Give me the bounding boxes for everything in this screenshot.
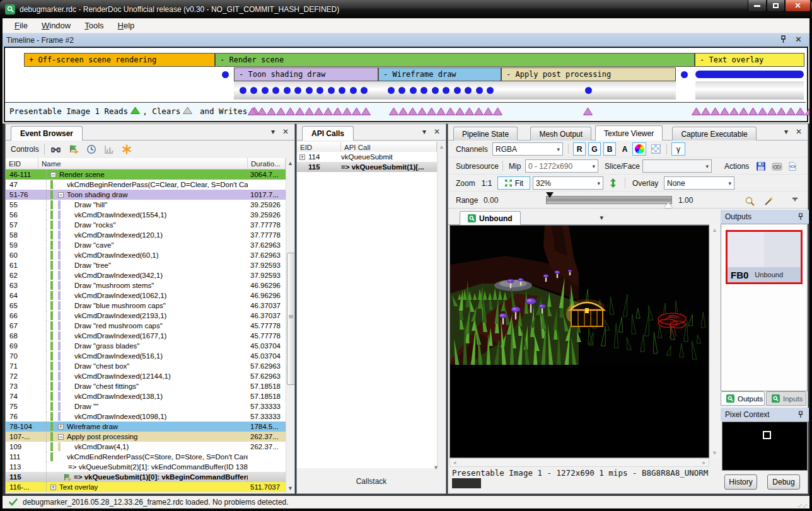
event-row[interactable]: 74vkCmdDrawIndexed(138,1)57.18518 (6, 391, 286, 401)
timeline-close-icon[interactable]: ✕ (795, 35, 802, 44)
right-panel-close-icon[interactable]: ✕ (794, 127, 804, 136)
api-calls-close-icon[interactable]: ✕ (432, 127, 442, 136)
event-row[interactable]: 71Draw "chest box"57.62963 (6, 361, 286, 371)
channel-g-button[interactable]: G (588, 142, 601, 156)
timeline-panel-header[interactable]: Timeline - Frame #2 ✕ (3, 33, 809, 47)
time-durations-icon[interactable] (85, 143, 98, 156)
timeline-event-dot[interactable] (294, 87, 301, 94)
channels-combo[interactable]: RGBA▾ (492, 142, 563, 156)
event-browser-scrollbar[interactable]: ▲ ▼ (286, 158, 294, 493)
expander-icon[interactable]: + (299, 154, 305, 160)
mip-combo[interactable]: 0 - 1272x690▾ (525, 159, 598, 173)
timeline-event-dot[interactable] (350, 87, 357, 94)
tab-event-browser[interactable]: Event Browser (11, 126, 83, 141)
timeline-event-dot[interactable] (306, 87, 313, 94)
timeline-marker[interactable]: - Wireframe draw (378, 67, 501, 81)
tab-texture-viewer[interactable]: Texture Viewer (595, 125, 663, 141)
slice-face-combo[interactable]: ▾ (642, 159, 712, 173)
event-row[interactable]: 60vkCmdDrawIndexed(60,1)37.62963 (6, 250, 286, 260)
zoom-combo[interactable]: 32%▾ (533, 176, 603, 190)
timeline-event-dot[interactable] (432, 87, 439, 94)
timeline-event-dot[interactable] (222, 71, 229, 78)
timeline-event-dot[interactable] (465, 87, 472, 94)
column-header-duration[interactable]: Duratio... (248, 158, 286, 169)
menu-file[interactable]: File (9, 19, 33, 32)
event-row[interactable]: 67Draw "red mushroom caps"45.77778 (6, 321, 286, 331)
timeline-event-dot[interactable] (410, 87, 417, 94)
timeline-event-dot[interactable] (250, 87, 257, 94)
event-row[interactable]: 62vkCmdDrawIndexed(342,1)37.92593 (6, 270, 286, 280)
texture-image-view[interactable] (450, 225, 709, 458)
event-row[interactable]: 72vkCmdDrawIndexed(12144,1)57.62963 (6, 371, 286, 381)
timeline-event-pill[interactable] (695, 71, 804, 78)
timeline-event-dot[interactable] (398, 87, 405, 94)
range-black-handle[interactable] (546, 192, 554, 198)
timeline-event-dot[interactable] (420, 87, 427, 94)
timeline-event-dot[interactable] (487, 87, 494, 94)
tab-outputs[interactable]: Outputs (721, 391, 765, 406)
event-row[interactable]: 55Draw "hill"39.25926 (6, 200, 286, 210)
zoom-1to1-button[interactable]: 1:1 (478, 176, 495, 190)
pixel-context-view[interactable] (722, 422, 808, 471)
column-header-name[interactable]: Name (38, 158, 248, 169)
event-row[interactable]: 107-...−Apply post processing262.37... (6, 432, 286, 442)
timeline-event-dot[interactable] (339, 87, 345, 94)
scroll-down-icon[interactable]: ▼ (286, 483, 294, 493)
maximize-button[interactable] (767, 0, 785, 12)
menu-tools[interactable]: Tools (79, 19, 109, 32)
tab-unbound-texture[interactable]: Unbound (460, 211, 521, 225)
event-browser-close-icon[interactable]: ✕ (281, 127, 291, 136)
channel-a-button[interactable]: A (618, 142, 631, 156)
expander-icon[interactable]: − (58, 434, 64, 440)
tab-mesh-output[interactable]: Mesh Output (530, 127, 591, 141)
event-row[interactable]: 47vkCmdBeginRenderPass(C=Clear, D=Clear,… (6, 180, 286, 190)
timeline-event-dot[interactable] (454, 87, 461, 94)
timeline-marker[interactable]: + Off-screen scene rendering (24, 53, 215, 67)
save-texture-icon[interactable] (755, 160, 767, 173)
zoom-fit-button[interactable]: Fit (497, 176, 530, 190)
timeline-event-dot[interactable] (585, 87, 592, 94)
timeline-marker[interactable]: - Toon shading draw (234, 67, 378, 81)
event-browser-menu-icon[interactable]: ▾ (268, 127, 278, 136)
event-row[interactable]: 57Draw "rocks"37.77778 (6, 220, 286, 230)
outputs-pin-icon[interactable] (798, 213, 804, 222)
range-slider[interactable] (546, 196, 672, 204)
goto-event-icon[interactable] (67, 143, 80, 156)
timeline-marker[interactable]: - Text overlay (695, 53, 804, 67)
channel-r-button[interactable]: R (573, 142, 586, 156)
channel-b-button[interactable]: B (603, 142, 616, 156)
event-row[interactable]: 59Draw "cave"37.62963 (6, 240, 286, 250)
gamma-button[interactable]: γ (671, 142, 685, 156)
timeline-event-dot[interactable] (328, 87, 335, 94)
event-row[interactable]: 56vkCmdDrawIndexed(1554,1)39.25926 (6, 210, 286, 220)
timeline-pin-icon[interactable] (780, 35, 787, 45)
range-overflow-icon[interactable]: ▬▾ (792, 197, 798, 202)
expander-icon[interactable]: − (58, 192, 64, 198)
api-calls-scrollbar[interactable]: ▲ (437, 142, 446, 468)
event-row[interactable]: 116-...+Text overlay511.7037 (6, 482, 286, 492)
texture-tab-menu-icon[interactable]: ▾ (600, 214, 603, 222)
framebuffer-thumbnail[interactable]: FB0 Unbound (726, 230, 803, 284)
autofit-wand-icon[interactable] (762, 195, 775, 207)
api-calls-menu-icon[interactable]: ▾ (419, 127, 429, 136)
event-row[interactable]: 51-76−Toon shading draw1017.7... (6, 190, 286, 200)
event-row[interactable]: 61Draw "tree"37.92593 (6, 260, 286, 270)
right-panel-menu-icon[interactable]: ▾ (781, 127, 791, 136)
scrollbar-thumb[interactable] (287, 253, 295, 385)
timeline-event-dot[interactable] (476, 87, 483, 94)
event-row[interactable]: 46-111−Render scene3064.7... (6, 169, 286, 180)
open-link-icon[interactable] (770, 160, 783, 173)
overlay-combo[interactable]: None▾ (664, 176, 734, 190)
view-shader-icon[interactable]: <> (786, 160, 799, 173)
pixel-context-pin-icon[interactable] (798, 411, 804, 420)
event-row[interactable]: 76vkCmdDrawIndexed(1098,1)57.33333 (6, 411, 286, 422)
column-header-eid[interactable]: EID (6, 158, 38, 169)
texture-hscrollbar[interactable]: ◄► (450, 458, 709, 467)
event-row[interactable]: 68vkCmdDrawIndexed(1677,1)45.77778 (6, 331, 286, 341)
close-button[interactable]: ✕ (785, 0, 811, 12)
expander-icon[interactable]: + (58, 424, 64, 430)
debug-button[interactable]: Debug (767, 474, 800, 490)
event-row[interactable]: 115=> vkQueueSubmit(1)[0]: vkBeginComman… (6, 472, 286, 482)
event-row[interactable]: 111vkCmdEndRenderPass(C=Store, D=Store, … (6, 452, 286, 462)
timeline-event-dot[interactable] (316, 87, 323, 94)
